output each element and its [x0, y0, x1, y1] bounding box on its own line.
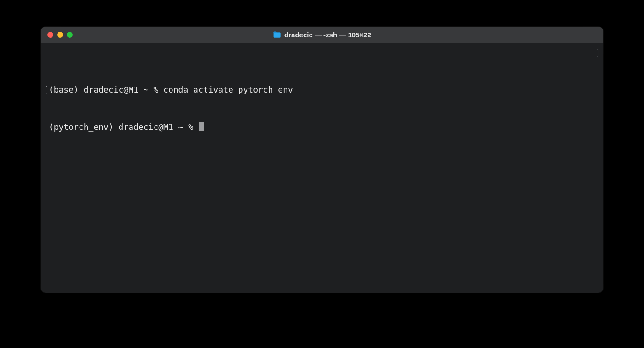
folder-icon	[273, 31, 281, 38]
title-bar: dradecic — -zsh — 105×22	[41, 27, 603, 43]
line-right-bracket: ]	[595, 46, 600, 58]
window-title-group: dradecic — -zsh — 105×22	[273, 31, 371, 39]
line-left-spacer	[44, 122, 49, 132]
terminal-window: dradecic — -zsh — 105×22 ] [(base) drade…	[41, 27, 603, 293]
maximize-button[interactable]	[67, 32, 73, 38]
line-left-bracket: [	[44, 85, 49, 94]
traffic-lights	[47, 32, 73, 38]
cursor	[199, 122, 204, 131]
terminal-line-1: [(base) dradecic@M1 ~ % conda activate p…	[44, 83, 600, 96]
prompt-text: (pytorch_env) dradecic@M1 ~ %	[49, 122, 198, 132]
prompt-text: (base) dradecic@M1 ~ %	[49, 85, 163, 94]
terminal-line-2: (pytorch_env) dradecic@M1 ~ %	[44, 121, 600, 133]
close-button[interactable]	[47, 32, 53, 38]
window-title: dradecic — -zsh — 105×22	[284, 31, 371, 39]
terminal-body[interactable]: ] [(base) dradecic@M1 ~ % conda activate…	[41, 43, 603, 293]
minimize-button[interactable]	[57, 32, 63, 38]
command-text: conda activate pytorch_env	[163, 85, 293, 94]
